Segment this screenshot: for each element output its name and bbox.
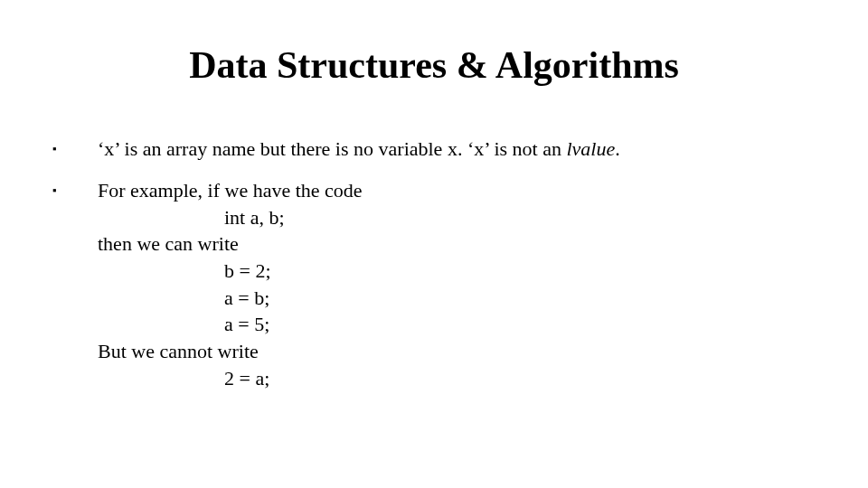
slide-title: Data Structures & Algorithms: [0, 43, 868, 87]
slide-body: ▪ ‘x’ is an array name but there is no v…: [49, 136, 819, 407]
b2-line-1: For example, if we have the code: [98, 177, 819, 204]
b2-line-6: a = 5;: [98, 311, 819, 338]
bullet-item-1: ▪ ‘x’ is an array name but there is no v…: [49, 136, 819, 163]
bullet-1-post: .: [615, 137, 620, 160]
square-bullet-icon: ▪: [49, 136, 98, 163]
slide: Data Structures & Algorithms ▪ ‘x’ is an…: [0, 0, 868, 488]
square-bullet-icon: ▪: [49, 177, 98, 204]
bullet-1-content: ‘x’ is an array name but there is no var…: [98, 136, 819, 163]
bullet-2-content: For example, if we have the code int a, …: [98, 177, 819, 392]
b2-line-4: b = 2;: [98, 258, 819, 285]
b2-line-5: a = b;: [98, 285, 819, 312]
bullet-1-pre: ‘x’ is an array name but there is no var…: [98, 137, 566, 160]
b2-line-2: int a, b;: [98, 204, 819, 231]
b2-line-7: But we cannot write: [98, 338, 819, 365]
b2-line-8: 2 = a;: [98, 365, 819, 392]
b2-line-3: then we can write: [98, 230, 819, 258]
bullet-1-ital: lvalue: [566, 137, 615, 160]
bullet-item-2: ▪ For example, if we have the code int a…: [49, 177, 819, 392]
